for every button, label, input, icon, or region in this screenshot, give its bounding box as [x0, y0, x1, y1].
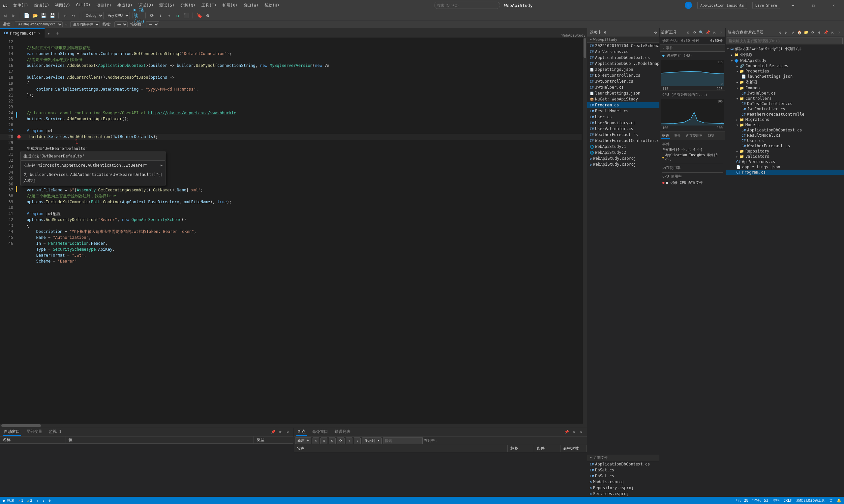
- restart-btn[interactable]: ↺: [174, 12, 181, 19]
- toolbar-back-btn[interactable]: ◁: [1, 12, 8, 19]
- file-item-csproj1[interactable]: ⚙WebApiStudy.csproj: [587, 156, 659, 161]
- branch-icon[interactable]: ⚙: [49, 499, 51, 503]
- menu-window[interactable]: 窗口(W): [241, 2, 261, 9]
- bp-showcols-btn[interactable]: 显示列 ▾: [362, 437, 382, 444]
- se-refresh-btn[interactable]: ⟳: [810, 30, 816, 36]
- autocomplete-item-1[interactable]: 安装包"Microsoft.AspNetCore.Authentication.…: [21, 161, 165, 170]
- filelist-section-1[interactable]: ▾ WebApiStudy: [587, 37, 659, 43]
- menu-tools[interactable]: 工具(T): [199, 2, 219, 9]
- minimize-button[interactable]: ─: [785, 0, 800, 11]
- down-arrow-icon[interactable]: ↓: [42, 499, 45, 503]
- file-item-recent-dbset[interactable]: C#DbSet.cs: [587, 467, 659, 473]
- tab-error-list[interactable]: 错误列表: [333, 428, 352, 436]
- tree-item-dbtest-ctrl[interactable]: C# DbTestController.cs: [726, 101, 844, 106]
- bp-search-input[interactable]: [383, 437, 423, 444]
- se-back-btn[interactable]: ◁: [777, 30, 783, 36]
- tab-breakpoints[interactable]: 断点: [296, 428, 307, 436]
- diag-refresh-btn[interactable]: ⟳: [692, 30, 697, 36]
- tree-item-appsettings-se[interactable]: 📄 appsettings.json: [726, 164, 844, 170]
- menu-analyze[interactable]: 分析(N): [178, 2, 198, 9]
- tree-item-external-sources[interactable]: ▸ 📁 外部源: [726, 52, 844, 58]
- tree-item-validators[interactable]: ▸ 📁 Validators: [726, 154, 844, 159]
- bp-refresh-btn[interactable]: ⟳: [337, 437, 345, 444]
- stackframe-select[interactable]: —: [146, 21, 159, 28]
- tree-item-common[interactable]: ▾ 📁 Common: [726, 85, 844, 91]
- tab-local-vars[interactable]: 局部变量: [25, 428, 44, 436]
- tab-command-window[interactable]: 命令窗口: [311, 428, 329, 436]
- bp-settings-btn[interactable]: ⚙: [321, 437, 327, 444]
- add-source-code-btn[interactable]: 添加到源代码工具: [796, 498, 825, 503]
- tree-item-program-se[interactable]: C# Program.cs: [726, 170, 844, 175]
- global-search-input[interactable]: [434, 2, 500, 9]
- diag-tab-memory-rate[interactable]: 内存使用率: [685, 133, 704, 139]
- close-button[interactable]: ✕: [826, 0, 841, 11]
- file-item-resultmodel[interactable]: C#ResultModel.cs: [587, 108, 659, 114]
- bp-settings2-btn[interactable]: ⚙: [329, 437, 335, 444]
- file-item-webapi2[interactable]: 🌐WebApiStudy:2: [587, 149, 659, 156]
- debug-mode-select[interactable]: Debug: [83, 12, 104, 19]
- notification-icon[interactable]: 🔔: [837, 499, 841, 503]
- menu-git[interactable]: Git(G): [73, 2, 93, 9]
- step-over-btn[interactable]: ⟳: [148, 12, 156, 19]
- cpu-select[interactable]: Any CPU: [105, 12, 130, 19]
- tree-item-migrations[interactable]: ▸ 📁 Migrations: [726, 117, 844, 122]
- tab-dropdown-btn[interactable]: ▾: [45, 30, 53, 38]
- file-item-recent-appdbcontext[interactable]: C#ApplicationDbContext.cs: [587, 461, 659, 467]
- file-item-recent-repocsproj[interactable]: ⚙Repository.csproj: [587, 485, 659, 491]
- se-forward-btn[interactable]: ▷: [783, 30, 789, 36]
- user-avatar[interactable]: 👤: [685, 2, 692, 9]
- breakpoints-float-btn[interactable]: ⇱: [571, 429, 577, 435]
- app-insights-button[interactable]: Application Insights: [697, 2, 747, 9]
- continue-btn[interactable]: ▶ 继续(F5): [136, 12, 143, 19]
- editor-tab-program[interactable]: C# Program.cs* ✕: [0, 28, 45, 38]
- breakpoints-close-btn[interactable]: ✕: [578, 429, 584, 435]
- warning-count[interactable]: ⚠ 2: [28, 499, 32, 503]
- auto-window-close-btn[interactable]: ✕: [285, 429, 291, 435]
- bp-new-btn[interactable]: 新建 +: [295, 437, 311, 444]
- file-item-launchsettings[interactable]: 📄launchSettings.json: [587, 90, 659, 96]
- tree-item-user-model[interactable]: C# User.cs: [726, 138, 844, 143]
- se-filter-btn[interactable]: ⚙: [816, 30, 822, 36]
- menu-build[interactable]: 生成(B): [115, 2, 135, 9]
- menu-project[interactable]: 项目(P): [93, 2, 114, 9]
- filelist-settings-icon[interactable]: ⚙: [654, 30, 657, 35]
- tree-item-properties[interactable]: ▾ 📁 Properties: [726, 69, 844, 74]
- se-sync-btn[interactable]: ⇄: [790, 30, 796, 36]
- tree-item-jwt-ctrl[interactable]: C# JwtController.cs: [726, 106, 844, 112]
- stop-btn[interactable]: ⬛: [183, 12, 190, 19]
- tab-close-icon[interactable]: ✕: [38, 31, 40, 36]
- bp-up-btn[interactable]: ↑: [346, 437, 353, 444]
- auto-window-float-btn[interactable]: ⇱: [278, 429, 283, 435]
- tree-item-project[interactable]: ▾ 🔷 WebApiStudy: [726, 58, 844, 63]
- maximize-button[interactable]: □: [806, 0, 821, 11]
- file-item-dbtest[interactable]: C#DbTestController.cs: [587, 72, 659, 78]
- tree-item-dependencies[interactable]: ▸ 📁 依赖项: [726, 79, 844, 85]
- file-item-recent-modelscsproj[interactable]: ⚙Models.csproj: [587, 479, 659, 485]
- se-search-input[interactable]: [727, 38, 843, 44]
- breakpoints-pin-btn[interactable]: 📌: [564, 429, 570, 435]
- toolbar-redo-btn[interactable]: ↪: [70, 12, 77, 19]
- input-lang-btn[interactable]: 英: [829, 498, 833, 503]
- diag-close-btn[interactable]: ✕: [718, 30, 724, 36]
- step-out-btn[interactable]: ↑: [166, 12, 173, 19]
- tree-item-repository[interactable]: ▸ 📁 Repository: [726, 148, 844, 154]
- tree-item-controllers[interactable]: ▾ 📁 Controllers: [726, 96, 844, 101]
- thread-select[interactable]: —: [115, 21, 127, 28]
- menu-edit[interactable]: 编辑(E): [32, 2, 52, 9]
- file-item-recent-dbset2[interactable]: C#DbSet.cs: [587, 473, 659, 479]
- tree-item-weatherforecast-model[interactable]: C# WeatherForecast.cs: [726, 143, 844, 148]
- menu-extensions[interactable]: 扩展(X): [220, 2, 240, 9]
- toolbar-open-btn[interactable]: 📂: [31, 12, 38, 19]
- diag-settings-btn[interactable]: ⚙: [685, 30, 691, 36]
- lifecycle-select[interactable]: 生命周期事件: [70, 21, 100, 28]
- editor-scrollbar-v[interactable]: [583, 38, 587, 424]
- file-item-userrepo[interactable]: C#UserRepository.cs: [587, 120, 659, 126]
- editor-scrollbar-thumb[interactable]: [584, 38, 586, 58]
- auto-window-pin-btn[interactable]: 📌: [270, 429, 276, 435]
- bp-delete-btn[interactable]: ✕: [312, 437, 320, 444]
- file-item-program[interactable]: C#Program.cs: [587, 102, 659, 108]
- code-content[interactable]: //从配置文件中获取数据库连接信息 var connectionString =…: [16, 38, 583, 424]
- menu-help[interactable]: 帮助(H): [262, 2, 282, 9]
- process-select[interactable]: [41184] WebApiStudy.exe: [15, 21, 63, 28]
- file-item-createschema[interactable]: C#20221020101704_CreateSchema.cs: [587, 43, 659, 49]
